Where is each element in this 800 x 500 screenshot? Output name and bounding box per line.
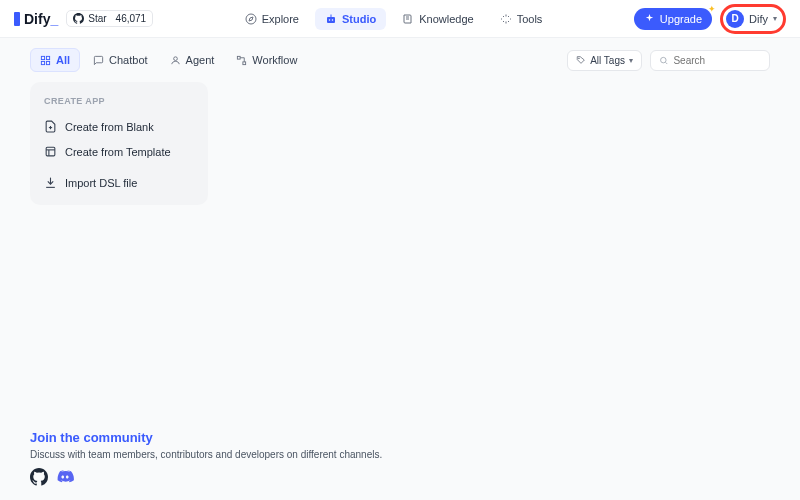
sparkle-icon: [644, 13, 655, 24]
filter-chatbot-label: Chatbot: [109, 54, 148, 66]
svg-point-12: [173, 56, 177, 60]
discord-icon: [56, 468, 74, 486]
svg-point-3: [329, 19, 331, 21]
tag-icon: [576, 55, 586, 65]
svg-marker-1: [249, 17, 253, 21]
create-blank-label: Create from Blank: [65, 121, 154, 133]
subbar-right: All Tags ▾: [567, 50, 770, 71]
svg-rect-14: [243, 61, 246, 64]
logo-mark-icon: [14, 12, 20, 26]
filter-all[interactable]: All: [30, 48, 80, 72]
nav-tools-label: Tools: [517, 13, 543, 25]
nav-tools[interactable]: Tools: [490, 8, 553, 30]
community-subtitle: Discuss with team members, contributors …: [30, 449, 382, 460]
community-links: [30, 468, 382, 486]
upgrade-button[interactable]: Upgrade ✦: [634, 8, 712, 30]
star-label: Star: [88, 13, 106, 24]
nav-studio-label: Studio: [342, 13, 376, 25]
github-icon: [73, 13, 84, 24]
create-template-label: Create from Template: [65, 146, 171, 158]
user-menu[interactable]: D Dify ▾: [720, 4, 786, 34]
search-input[interactable]: [673, 55, 761, 66]
svg-rect-13: [238, 56, 241, 59]
search-icon: [659, 55, 668, 66]
svg-point-15: [579, 58, 580, 59]
svg-rect-10: [41, 61, 44, 64]
github-icon: [30, 468, 48, 486]
filter-group: All Chatbot Agent Workflow: [30, 48, 306, 72]
svg-rect-20: [46, 147, 55, 156]
github-link[interactable]: [30, 468, 48, 486]
book-icon: [402, 13, 414, 25]
search-box[interactable]: [650, 50, 770, 71]
workflow-icon: [236, 55, 247, 66]
robot-icon: [325, 13, 337, 25]
chat-icon: [93, 55, 104, 66]
file-plus-icon: [44, 120, 57, 133]
filter-all-label: All: [56, 54, 70, 66]
github-star-count: 46,071: [110, 10, 154, 27]
create-from-template[interactable]: Create from Template: [30, 139, 208, 164]
svg-line-17: [666, 62, 668, 64]
all-tags-dropdown[interactable]: All Tags ▾: [567, 50, 642, 71]
filter-chatbot[interactable]: Chatbot: [84, 48, 157, 72]
import-dsl-file[interactable]: Import DSL file: [30, 170, 208, 195]
main-nav: Explore Studio Knowledge Tools: [153, 8, 634, 30]
nav-knowledge[interactable]: Knowledge: [392, 8, 483, 30]
all-tags-label: All Tags: [590, 55, 625, 66]
header-right: Upgrade ✦ D Dify ▾: [634, 4, 786, 34]
svg-point-4: [332, 19, 334, 21]
import-icon: [44, 176, 57, 189]
chevron-down-icon: ▾: [629, 56, 633, 65]
svg-rect-9: [46, 56, 49, 59]
create-app-card: CREATE APP Create from Blank Create from…: [30, 82, 208, 205]
svg-rect-11: [46, 61, 49, 64]
grid-icon: [40, 55, 51, 66]
template-icon: [44, 145, 57, 158]
avatar-initial: D: [731, 13, 738, 24]
sparkle-badge-icon: ✦: [708, 4, 716, 14]
svg-rect-8: [41, 56, 44, 59]
nav-explore-label: Explore: [262, 13, 299, 25]
community-footer: Join the community Discuss with team mem…: [30, 430, 382, 486]
upgrade-label: Upgrade: [660, 13, 702, 25]
user-name-label: Dify: [749, 13, 768, 25]
create-from-blank[interactable]: Create from Blank: [30, 114, 208, 139]
svg-point-0: [246, 14, 256, 24]
chevron-down-icon: ▾: [773, 14, 777, 23]
svg-rect-2: [327, 17, 335, 23]
filter-agent[interactable]: Agent: [161, 48, 224, 72]
avatar: D: [726, 10, 744, 28]
agent-icon: [170, 55, 181, 66]
filter-bar: All Chatbot Agent Workflow All Tags ▾: [0, 38, 800, 82]
community-title: Join the community: [30, 430, 382, 445]
nav-explore[interactable]: Explore: [235, 8, 309, 30]
tools-icon: [500, 13, 512, 25]
create-app-title: CREATE APP: [30, 96, 208, 114]
nav-knowledge-label: Knowledge: [419, 13, 473, 25]
compass-icon: [245, 13, 257, 25]
svg-point-16: [661, 57, 667, 63]
filter-workflow[interactable]: Workflow: [227, 48, 306, 72]
filter-agent-label: Agent: [186, 54, 215, 66]
app-header: Dify_ Star 46,071 Explore Studio Knowled…: [0, 0, 800, 38]
brand-name: Dify: [24, 11, 50, 27]
filter-workflow-label: Workflow: [252, 54, 297, 66]
import-dsl-label: Import DSL file: [65, 177, 137, 189]
brand-underscore: _: [50, 11, 58, 27]
nav-studio[interactable]: Studio: [315, 8, 386, 30]
github-star-button[interactable]: Star: [66, 10, 113, 27]
content-area: CREATE APP Create from Blank Create from…: [0, 82, 800, 205]
brand-logo[interactable]: Dify_: [14, 11, 58, 27]
discord-link[interactable]: [56, 468, 74, 486]
